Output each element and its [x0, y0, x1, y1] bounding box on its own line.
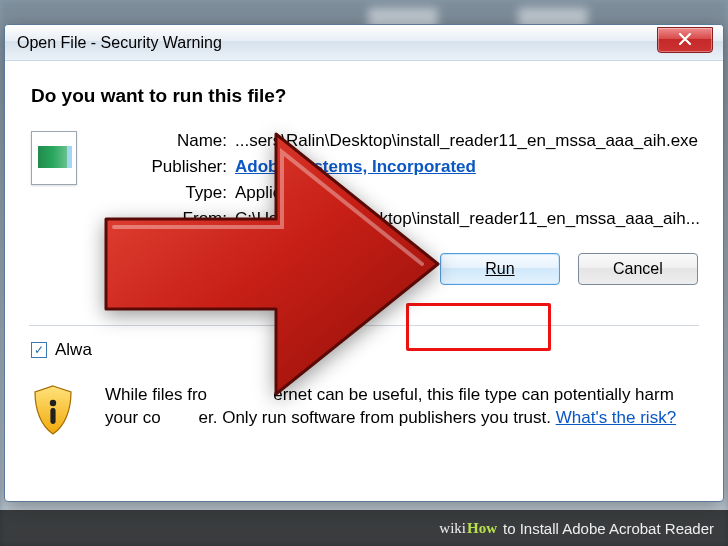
dialog-body: Do you want to run this file? Name: ...s… — [5, 61, 723, 501]
caption-title: to Install Adobe Acrobat Reader — [503, 520, 714, 537]
close-icon — [677, 33, 693, 47]
name-label: Name: — [137, 131, 235, 151]
from-label: From: — [137, 209, 235, 229]
from-value: C:\Users\Ralin\Desktop\install_reader11_… — [235, 209, 700, 229]
prompt-question: Do you want to run this file? — [31, 85, 697, 107]
cancel-button[interactable]: Cancel — [578, 253, 698, 285]
wiki-logo-text: wiki — [439, 520, 466, 537]
svg-point-0 — [50, 400, 56, 406]
always-ask-checkbox[interactable]: ✓ — [31, 342, 47, 358]
wiki-how-text: How — [467, 520, 497, 537]
svg-rect-1 — [50, 408, 55, 424]
always-ask-label: Alwa — [55, 340, 92, 360]
name-value: ...sers\Ralin\Desktop\install_reader11_e… — [235, 131, 700, 151]
file-details: Name: ...sers\Ralin\Desktop\install_read… — [137, 131, 700, 285]
run-button[interactable]: Run — [440, 253, 560, 285]
whats-the-risk-link[interactable]: What's the risk? — [556, 408, 676, 427]
type-value: Application — [235, 183, 700, 203]
publisher-link[interactable]: Adobe Systems, Incorporated — [235, 157, 476, 176]
window-title: Open File - Security Warning — [17, 34, 222, 52]
close-button[interactable] — [657, 27, 713, 53]
warning-text: While files from the Internet can be use… — [105, 384, 697, 430]
publisher-label: Publisher: — [137, 157, 235, 177]
divider — [29, 325, 699, 326]
file-icon — [31, 131, 83, 185]
always-ask-row: ✓ Alwa — [31, 340, 697, 360]
security-warning-dialog: Open File - Security Warning Do you want… — [4, 24, 724, 502]
caption-footer: wikiHow to Install Adobe Acrobat Reader — [0, 510, 728, 546]
shield-icon — [31, 384, 75, 441]
titlebar[interactable]: Open File - Security Warning — [5, 25, 723, 61]
button-row: Run Cancel — [137, 253, 698, 285]
type-label: Type: — [137, 183, 235, 203]
